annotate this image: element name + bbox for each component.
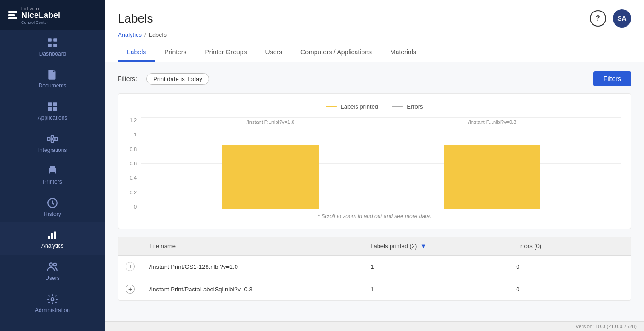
avatar[interactable]: SA xyxy=(613,9,631,28)
sidebar: Loftware NiceLabel Control Center Dashbo… xyxy=(0,0,105,331)
breadcrumb: Analytics / Labels xyxy=(118,31,631,38)
sidebar-item-dashboard-label: Dashboard xyxy=(39,51,66,58)
tab-users[interactable]: Users xyxy=(256,44,292,62)
header-actions: ? SA xyxy=(590,9,631,28)
sidebar-item-history[interactable]: History xyxy=(0,191,105,223)
sidebar-item-users[interactable]: Users xyxy=(0,255,105,287)
tab-labels[interactable]: Labels xyxy=(118,44,155,62)
legend-labels-printed: Labels printed xyxy=(326,103,378,110)
filters-label: Filters: xyxy=(118,75,137,82)
content-area: Filters: Print date is Today Filters Lab… xyxy=(105,62,644,321)
col-add-header xyxy=(118,237,142,256)
chart-bar-group-0 xyxy=(222,145,319,209)
sidebar-item-integrations-label: Integrations xyxy=(38,147,67,154)
dashboard-icon xyxy=(46,37,58,49)
table-row-1-add: + xyxy=(118,278,142,301)
table-row-1-errors: 0 xyxy=(509,278,631,301)
version-text: Version: 10.0 (21.0.0.7528) xyxy=(575,324,637,329)
users-icon xyxy=(46,261,58,273)
sidebar-item-integrations[interactable]: Integrations xyxy=(0,127,105,159)
logo-subtitle: Control Center xyxy=(21,20,60,25)
tab-printers[interactable]: Printers xyxy=(155,44,196,62)
chart-bar-group-1 xyxy=(444,145,540,209)
col-filename-header: File name xyxy=(142,237,363,256)
sidebar-nav: Dashboard Documents Applications xyxy=(0,30,105,331)
sidebar-item-printers[interactable]: Printers xyxy=(0,158,105,191)
filters-row: Filters: Print date is Today Filters xyxy=(118,71,631,86)
svg-rect-6 xyxy=(48,107,52,111)
table-row-0-add: + xyxy=(118,256,142,278)
table-header-row: File name Labels printed (2) ▼ Errors (0… xyxy=(118,237,631,256)
svg-rect-11 xyxy=(55,137,57,140)
legend-labels-printed-text: Labels printed xyxy=(340,103,378,110)
sidebar-item-analytics[interactable]: Analytics xyxy=(0,222,105,255)
tabs: Labels Printers Printer Groups Users Com… xyxy=(118,44,631,62)
breadcrumb-current: Labels xyxy=(149,31,167,38)
sidebar-item-printers-label: Printers xyxy=(43,179,62,186)
svg-point-25 xyxy=(54,263,56,266)
logo-name: NiceLabel xyxy=(21,11,60,20)
table-body: + /Instant Print/GS1-128.nlbl?v=1.0 1 0 … xyxy=(118,256,631,301)
legend-errors: Errors xyxy=(392,103,423,110)
filters-button[interactable]: Filters xyxy=(593,71,631,86)
tab-materials[interactable]: Materials xyxy=(381,44,426,62)
svg-rect-4 xyxy=(48,102,52,106)
table-row-0-filename: /Instant Print/GS1-128.nlbl?v=1.0 xyxy=(142,256,363,278)
svg-rect-2 xyxy=(48,44,52,47)
printers-icon xyxy=(46,165,58,177)
applications-icon xyxy=(46,101,58,113)
sidebar-item-documents-label: Documents xyxy=(39,82,67,90)
y-label-02: 0.2 xyxy=(127,190,137,195)
add-row-1-button[interactable]: + xyxy=(126,285,135,294)
sidebar-item-users-label: Users xyxy=(45,275,59,282)
svg-rect-10 xyxy=(51,140,53,142)
chart-y-axis: 0 0.2 0.4 0.6 0.8 1 1.2 xyxy=(127,117,141,209)
tab-printer-groups[interactable]: Printer Groups xyxy=(196,44,256,62)
svg-rect-3 xyxy=(53,44,57,47)
y-label-08: 0.8 xyxy=(127,146,137,152)
col-labels-text: Labels printed (2) xyxy=(370,243,417,250)
integrations-icon xyxy=(46,133,58,145)
tab-computers-applications[interactable]: Computers / Applications xyxy=(291,44,381,62)
sidebar-item-applications[interactable]: Applications xyxy=(0,94,105,127)
analytics-icon xyxy=(46,229,58,241)
svg-rect-9 xyxy=(51,135,53,138)
administration-icon xyxy=(46,293,58,305)
svg-rect-20 xyxy=(48,236,50,240)
y-label-04: 0.4 xyxy=(127,175,137,180)
add-row-0-button[interactable]: + xyxy=(126,262,135,271)
data-table: File name Labels printed (2) ▼ Errors (0… xyxy=(118,237,631,300)
breadcrumb-separator: / xyxy=(144,31,146,38)
legend-errors-text: Errors xyxy=(407,103,423,110)
table-container: File name Labels printed (2) ▼ Errors (0… xyxy=(118,237,631,301)
svg-rect-5 xyxy=(53,102,57,106)
filter-chip-date[interactable]: Print date is Today xyxy=(146,73,209,85)
table-header: File name Labels printed (2) ▼ Errors (0… xyxy=(118,237,631,256)
legend-line-labels xyxy=(326,106,337,107)
sidebar-logo: Loftware NiceLabel Control Center xyxy=(0,0,105,30)
y-label-0: 0 xyxy=(127,204,137,209)
breadcrumb-parent[interactable]: Analytics xyxy=(118,31,142,38)
chart-body: 0 0.2 0.4 0.6 0.8 1 1.2 xyxy=(127,117,621,209)
svg-rect-17 xyxy=(50,166,55,168)
sidebar-item-dashboard[interactable]: Dashboard xyxy=(0,30,105,63)
documents-icon xyxy=(46,69,58,81)
chart-bars xyxy=(141,117,621,209)
sidebar-item-administration[interactable]: Administration xyxy=(0,287,105,319)
chart-bar-0 xyxy=(222,145,319,209)
filter-chips: Print date is Today xyxy=(146,73,209,85)
svg-rect-21 xyxy=(51,233,53,239)
chart-plot-area: /Instant P...nlbl?v=1.0 /Instant P...nlb… xyxy=(141,117,621,209)
page-title: Labels xyxy=(118,12,153,26)
header-top: Labels ? SA xyxy=(118,9,631,28)
table-row-0: + /Instant Print/GS1-128.nlbl?v=1.0 1 0 xyxy=(118,256,631,278)
sidebar-item-history-label: History xyxy=(44,211,61,218)
help-button[interactable]: ? xyxy=(590,10,606,27)
logo-icon xyxy=(8,11,17,20)
sidebar-item-documents[interactable]: Documents xyxy=(0,62,105,94)
svg-rect-1 xyxy=(53,38,57,42)
version-bar: Version: 10.0 (21.0.0.7528) xyxy=(105,321,644,331)
col-labels-header[interactable]: Labels printed (2) ▼ xyxy=(363,237,509,256)
main-content: Labels ? SA Analytics / Labels Labels Pr… xyxy=(105,0,644,331)
table-row-1-filename: /Instant Print/PastaLabelSql.nlbl?v=0.3 xyxy=(142,278,363,301)
